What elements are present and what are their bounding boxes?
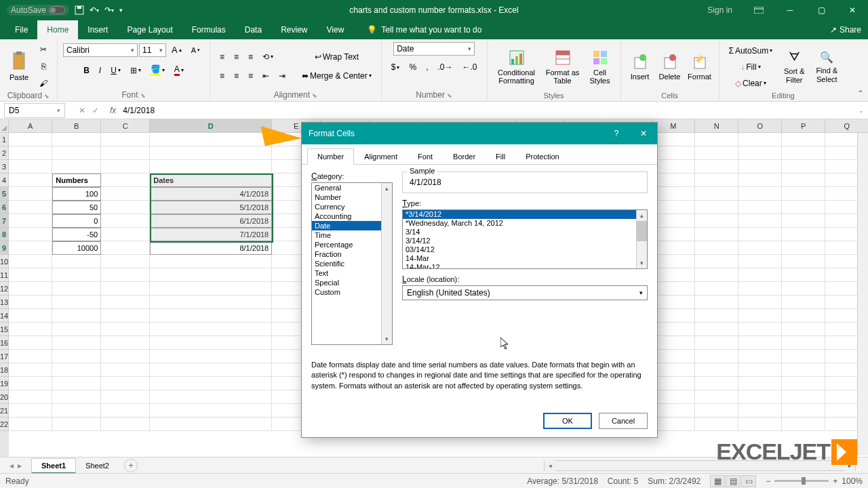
cell[interactable]	[52, 377, 101, 390]
cell[interactable]	[738, 336, 782, 350]
cell[interactable]	[695, 363, 738, 377]
cell[interactable]	[9, 350, 52, 363]
dialog-tab-font[interactable]: Font	[408, 148, 443, 165]
row-header[interactable]: 1	[0, 133, 9, 146]
cell[interactable]	[782, 350, 825, 363]
type-item[interactable]: *Wednesday, March 14, 2012	[403, 219, 647, 228]
cell[interactable]	[652, 268, 695, 282]
cell[interactable]	[9, 404, 52, 418]
cell[interactable]	[150, 390, 272, 404]
row-header[interactable]: 13	[0, 296, 9, 309]
row-header[interactable]: 12	[0, 282, 9, 296]
sheet-nav-next-icon[interactable]: ▸	[18, 461, 22, 470]
align-bottom-icon[interactable]: ≡	[244, 49, 257, 64]
cell[interactable]	[101, 241, 150, 255]
cell[interactable]	[52, 146, 101, 160]
zoom-level[interactable]: 100%	[842, 476, 863, 486]
cell[interactable]	[52, 268, 101, 282]
cell[interactable]	[52, 133, 101, 146]
cell[interactable]	[150, 404, 272, 418]
cell[interactable]	[738, 309, 782, 323]
cell[interactable]	[695, 228, 738, 241]
cell[interactable]	[150, 363, 272, 377]
cell[interactable]	[782, 390, 825, 404]
scroll-down-icon[interactable]: ▾	[637, 258, 647, 268]
cell[interactable]	[9, 214, 52, 228]
cell[interactable]	[52, 282, 101, 296]
row-header[interactable]: 14	[0, 309, 9, 323]
copy-icon[interactable]: ⎘	[35, 59, 52, 74]
sort-filter-button[interactable]: ᗊSort & Filter	[779, 44, 809, 90]
cell[interactable]	[738, 160, 782, 174]
cell[interactable]	[695, 350, 738, 363]
dialog-tab-protection[interactable]: Protection	[515, 148, 570, 165]
cell[interactable]	[782, 255, 825, 268]
row-header[interactable]: 16	[0, 336, 9, 350]
cell[interactable]	[695, 377, 738, 390]
cell[interactable]	[782, 228, 825, 241]
undo-icon[interactable]: ↶▾	[90, 5, 99, 15]
cell[interactable]	[101, 363, 150, 377]
cell[interactable]	[652, 174, 695, 187]
autosum-button[interactable]: Σ AutoSum ▾	[725, 43, 777, 58]
dialog-tab-border[interactable]: Border	[443, 148, 486, 165]
cell[interactable]	[9, 390, 52, 404]
fill-button[interactable]: ↓ Fill ▾	[725, 60, 777, 75]
cell[interactable]	[738, 133, 782, 146]
clear-button[interactable]: ◇ Clear ▾	[725, 76, 777, 91]
cell[interactable]	[738, 241, 782, 255]
row-header[interactable]: 19	[0, 377, 9, 390]
cell[interactable]	[52, 160, 101, 174]
cell[interactable]	[652, 282, 695, 296]
cell[interactable]	[101, 228, 150, 241]
cell[interactable]	[782, 133, 825, 146]
cell[interactable]	[652, 214, 695, 228]
cell[interactable]	[782, 146, 825, 160]
cell[interactable]	[52, 418, 101, 431]
cell[interactable]	[782, 377, 825, 390]
type-item[interactable]: 14-Mar	[403, 254, 647, 263]
column-header[interactable]: O	[738, 119, 782, 133]
category-item[interactable]: Currency	[312, 202, 392, 211]
decrease-decimal-icon[interactable]: ←.0	[458, 60, 481, 75]
cell[interactable]	[150, 350, 272, 363]
cell[interactable]	[782, 241, 825, 255]
category-scrollbar[interactable]: ▴ ▾	[381, 183, 392, 344]
cell[interactable]	[652, 336, 695, 350]
cell[interactable]	[695, 241, 738, 255]
zoom-slider[interactable]	[774, 480, 829, 482]
close-icon[interactable]: ✕	[837, 0, 868, 20]
column-header[interactable]: B	[52, 119, 101, 133]
menu-insert[interactable]: Insert	[78, 20, 117, 39]
cell[interactable]	[52, 255, 101, 268]
cell[interactable]	[738, 255, 782, 268]
cell[interactable]	[652, 160, 695, 174]
cell[interactable]: 5/1/2018	[150, 201, 272, 214]
category-item[interactable]: Fraction	[312, 249, 392, 259]
scroll-down-icon[interactable]: ▾	[382, 333, 392, 344]
percent-format-icon[interactable]: %	[405, 60, 420, 75]
column-header[interactable]: N	[695, 119, 738, 133]
cell[interactable]	[52, 404, 101, 418]
accounting-format-icon[interactable]: $▾	[387, 60, 404, 75]
cell[interactable]	[695, 255, 738, 268]
ok-button[interactable]: OK	[543, 413, 592, 429]
cell[interactable]	[101, 296, 150, 309]
cell[interactable]	[738, 228, 782, 241]
cell[interactable]	[738, 377, 782, 390]
category-list[interactable]: GeneralNumberCurrencyAccountingDateTimeP…	[311, 182, 393, 345]
cell[interactable]	[782, 187, 825, 201]
zoom-in-icon[interactable]: +	[833, 476, 837, 486]
cell[interactable]	[738, 404, 782, 418]
cell[interactable]	[9, 377, 52, 390]
cell[interactable]	[52, 296, 101, 309]
row-header[interactable]: 18	[0, 363, 9, 377]
menu-file[interactable]: File	[5, 20, 37, 39]
cell[interactable]	[782, 296, 825, 309]
font-name-combo[interactable]: Calibri▾	[63, 43, 138, 57]
cell[interactable]	[52, 390, 101, 404]
category-item[interactable]: Special	[312, 278, 392, 287]
cell[interactable]	[695, 404, 738, 418]
cell[interactable]	[695, 133, 738, 146]
cell[interactable]	[652, 146, 695, 160]
